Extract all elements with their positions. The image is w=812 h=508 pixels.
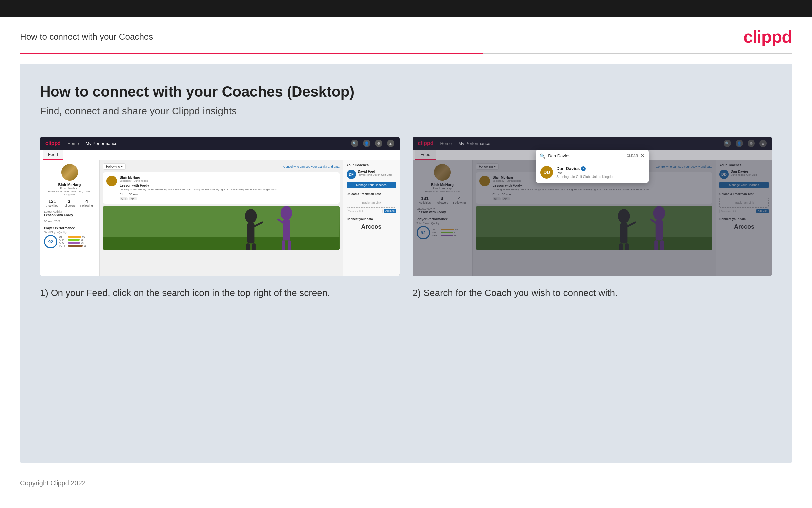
connect-label-1: Connect your data	[347, 217, 396, 220]
app-nav-1: clippd Home My Performance 🔍 👤 ⚙ ▲	[40, 137, 399, 150]
svg-point-7	[281, 206, 292, 220]
activity-name-1: Lesson with Fordy	[44, 213, 95, 217]
quality-score-2: 92	[417, 226, 430, 239]
step1-text: 1) On your Feed, click on the search ico…	[40, 287, 399, 299]
following-btn-1[interactable]: Following ▾	[103, 163, 126, 170]
search-query-text[interactable]: Dan Davies	[548, 153, 624, 158]
control-link-2: Control who can see your activity and da…	[656, 165, 712, 168]
clear-button[interactable]: CLEAR	[626, 154, 638, 158]
user-icon[interactable]: 👤	[363, 140, 370, 147]
middle-panel-1: Following ▾ Control who can see your act…	[100, 160, 343, 277]
feed-tab-2[interactable]: Feed	[416, 150, 436, 160]
input-row-1: Trackman Link Add Link	[347, 209, 396, 213]
screenshot-1: clippd Home My Performance 🔍 👤 ⚙ ▲ Feed	[40, 137, 399, 277]
screenshot-2: clippd Home My Performance 🔍 👤 ⚙ ▲ Feed	[413, 137, 772, 277]
result-avatar: DD	[540, 166, 553, 179]
svg-rect-5	[246, 244, 250, 250]
coach-name-2: Dan Davies	[730, 170, 757, 173]
settings-icon[interactable]: ⚙	[375, 140, 382, 147]
player-perf-2: Player Performance	[417, 217, 468, 221]
app-body-1: Blair McHarg Plus Handicap Royal North D…	[40, 160, 399, 277]
coach-details-2: Dan Davies Sunningdale Golf Club	[730, 170, 757, 176]
upload-label-2: Upload a Trackman Test	[719, 192, 769, 196]
svg-rect-22	[655, 241, 658, 250]
svg-rect-11	[288, 241, 291, 250]
avatar-icon-2[interactable]: ▲	[760, 140, 767, 147]
svg-rect-13	[476, 237, 713, 250]
two-col-layout: clippd Home My Performance 🔍 👤 ⚙ ▲ Feed	[40, 137, 772, 299]
bar-list-1: OTT90 APP85 ARG86 PUTT96	[59, 236, 95, 248]
svg-point-2	[245, 209, 257, 223]
lesson-tags-2: OTT APP	[492, 197, 709, 200]
svg-rect-1	[103, 237, 340, 250]
col-right: clippd Home My Performance 🔍 👤 ⚙ ▲ Feed	[413, 137, 772, 299]
quality-row-1: 92 OTT90 APP85 ARG86 PUTT96	[44, 235, 95, 248]
connect-label-2: Connect your data	[719, 217, 769, 220]
add-link-btn-2[interactable]: Add Link	[757, 209, 769, 213]
result-name: Dan Davies ✓	[557, 166, 615, 171]
settings-icon-2[interactable]: ⚙	[748, 140, 755, 147]
search-icon-2[interactable]: 🔍	[724, 140, 731, 147]
right-panel-1: Your Coaches DF David Ford Royal North D…	[343, 160, 399, 277]
svg-rect-23	[660, 241, 664, 250]
following-btn-2[interactable]: Following ▾	[476, 163, 498, 170]
lesson-tags-1: OTT APP	[120, 197, 336, 200]
search-result-item[interactable]: DD Dan Davies ✓ Pro Sunningdale Golf Clu…	[536, 162, 649, 183]
app-logo-1: clippd	[45, 140, 61, 146]
following-row-1: Following ▾ Control who can see your act…	[103, 163, 340, 170]
nav-home-1: Home	[67, 141, 79, 146]
lesson-title-1: Lesson with Fordy	[120, 184, 336, 187]
nav-performance-2: My Performance	[458, 141, 490, 146]
add-link-btn-1[interactable]: Add Link	[384, 209, 396, 213]
copyright-text: Copyright Clippd 2022	[20, 479, 86, 487]
page-title: How to connect with your Coaches	[20, 32, 153, 42]
control-link-1[interactable]: Control who can see your activity and da…	[283, 165, 340, 168]
main-content: How to connect with your Coaches (Deskto…	[20, 64, 792, 463]
stats-row-1: 131Activities 3Followers 4Following	[44, 199, 95, 207]
latest-activity-label: Latest Activity	[44, 210, 95, 213]
total-quality-label: Total Player Quality	[44, 230, 95, 234]
svg-rect-10	[282, 241, 285, 250]
feed-tab-1[interactable]: Feed	[43, 150, 63, 160]
nav-icons-1: 🔍 👤 ⚙ ▲	[351, 140, 394, 147]
profile-handicap-2: Plus Handicap	[417, 186, 468, 190]
svg-rect-18	[625, 244, 628, 250]
golf-photo-2	[476, 206, 713, 250]
main-title: How to connect with your Coaches (Deskto…	[40, 84, 772, 100]
manage-coaches-btn-2[interactable]: Manage Your Coaches	[719, 182, 769, 188]
coaches-title-2: Your Coaches	[719, 163, 769, 167]
search-icon[interactable]: 🔍	[351, 140, 358, 147]
coach-card-2: DD Dan Davies Sunningdale Golf Club	[719, 170, 769, 179]
trackman-input-1[interactable]: Trackman Link	[347, 209, 383, 213]
quality-score-1: 92	[44, 235, 57, 248]
search-icon-overlay: 🔍	[540, 153, 545, 159]
left-panel-2: Blair McHarg Plus Handicap Royal North D…	[413, 160, 473, 277]
manage-coaches-btn-1[interactable]: Manage Your Coaches	[347, 182, 396, 188]
avatar-2	[434, 164, 451, 181]
lesson-desc-2: Looking to feel like my hands are exitin…	[492, 188, 709, 191]
activity-date-1: 03 Aug 2022	[44, 220, 95, 223]
top-bar	[0, 0, 812, 17]
input-row-2: Trackman Link Add Link	[719, 209, 769, 213]
user-icon-2[interactable]: 👤	[735, 140, 743, 147]
header: How to connect with your Coaches clippd	[0, 17, 812, 52]
result-role: Pro	[557, 171, 615, 175]
tag-app: APP	[129, 197, 137, 200]
trackman-input-2[interactable]: Trackman Link	[719, 209, 756, 213]
close-search-button[interactable]: ✕	[640, 153, 645, 159]
coach-club-2: Sunningdale Golf Club	[730, 173, 757, 176]
svg-point-19	[653, 206, 665, 220]
trackman-placeholder-2: Trackman Link	[719, 198, 769, 208]
coach-avatar-1: DF	[347, 170, 356, 179]
nav-home-2: Home	[440, 141, 452, 146]
stats-row-2: 131Activities 3Followers 4Following	[417, 196, 468, 204]
profile-name-1: Blair McHarg	[44, 183, 95, 186]
golf-photo-1	[103, 206, 340, 250]
lesson-info-1: Blair McHarg Yesterday · Sunningdale Les…	[120, 176, 336, 200]
footer: Copyright Clippd 2022	[0, 473, 812, 494]
avatar-icon[interactable]: ▲	[387, 140, 394, 147]
profile-name-2: Blair McHarg	[417, 183, 468, 186]
lesson-meta-1: Yesterday · Sunningdale	[120, 179, 336, 182]
golf-scene-svg-2	[476, 206, 713, 250]
player-perf-label: Player Performance	[44, 226, 95, 230]
